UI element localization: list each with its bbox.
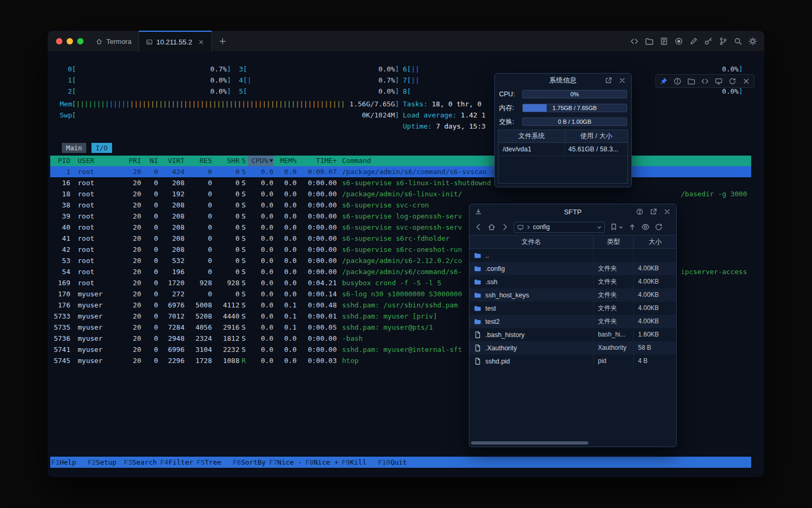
plus-icon (218, 37, 227, 46)
file-row[interactable]: .. (469, 249, 676, 262)
column-pid[interactable]: PID (50, 156, 70, 166)
filesystem-row[interactable]: /dev/vda1 45.61GB / 58.3... (499, 143, 628, 156)
column-mem[interactable]: MEM% (273, 156, 297, 166)
cell-shr: 0 (212, 288, 239, 300)
filesystem-usage: 45.61GB / 58.3... (565, 143, 628, 156)
tab-termora-home[interactable]: Termora (89, 31, 139, 52)
info-icon[interactable] (673, 77, 681, 85)
file-row[interactable]: sshd.pid pid 4 B (469, 355, 676, 368)
settings-icon[interactable] (749, 37, 757, 46)
branch-icon[interactable] (719, 37, 727, 46)
cell-user: myuser (70, 344, 128, 355)
code-icon[interactable] (630, 37, 639, 46)
new-tab-button[interactable] (212, 31, 233, 52)
column-pri[interactable]: PRI (128, 156, 141, 166)
file-row[interactable]: ssh_host_keys 文件夹 4.00KB (469, 288, 676, 302)
cell-pid: 5736 (50, 333, 70, 344)
column-usage[interactable]: 使用 / 大小 (565, 130, 628, 142)
column-filesize[interactable]: 大小 (634, 235, 676, 248)
forward-icon[interactable] (501, 223, 509, 231)
chevron-down-icon[interactable] (597, 225, 602, 230)
close-window-button[interactable] (56, 38, 62, 44)
column-time[interactable]: TIME+ (297, 156, 337, 166)
column-filetype[interactable]: 类型 (594, 235, 634, 248)
back-icon[interactable] (474, 223, 483, 231)
sftp-titlebar: SFTP (469, 204, 676, 219)
cell-ni: 0 (141, 277, 158, 288)
cell-virt: 208 (158, 199, 184, 211)
function-key-button[interactable]: F4 Filter (159, 457, 196, 468)
cell-res: 0 (184, 266, 212, 277)
zoom-window-button[interactable] (77, 38, 84, 44)
file-type: Xauthority (594, 341, 634, 355)
function-key-button[interactable]: F2 Setup (87, 457, 123, 468)
function-key-button[interactable]: F5 Tree (196, 457, 232, 468)
upload-icon[interactable] (628, 223, 636, 231)
file-row[interactable]: test2 文件夹 4.00KB (469, 315, 676, 328)
file-row[interactable]: .config 文件夹 4.00KB (469, 262, 676, 275)
horizontal-scrollbar[interactable] (471, 441, 675, 444)
file-row[interactable]: .Xauthority Xauthority 58 B (469, 341, 676, 355)
htop-tab-io[interactable]: I/O (91, 143, 112, 153)
file-type: 文件夹 (594, 302, 634, 315)
folder-icon[interactable] (645, 37, 653, 46)
folder-icon[interactable] (687, 77, 695, 85)
column-ni[interactable]: NI (141, 156, 158, 166)
journal-icon[interactable] (660, 37, 668, 46)
record-icon[interactable] (675, 37, 683, 46)
column-res[interactable]: RES (184, 156, 212, 166)
file-icon (474, 357, 482, 365)
column-shr[interactable]: SHR (212, 156, 239, 166)
function-key-button[interactable]: F6 SortBy (232, 457, 268, 468)
column-filename[interactable]: 文件名 (469, 235, 594, 248)
column-virt[interactable]: VIRT (158, 156, 184, 166)
function-key-button[interactable]: F7 Nice - (268, 457, 304, 468)
minimize-window-button[interactable] (67, 38, 73, 44)
column-state[interactable]: S (239, 156, 248, 166)
file-row[interactable]: .bash_history bash_hi... 1.60KB (469, 328, 676, 341)
column-user[interactable]: USER (70, 156, 128, 166)
search-icon[interactable] (734, 37, 742, 46)
edit-icon[interactable] (689, 37, 698, 46)
tab-ssh-session[interactable]: 10.211.55.2 (139, 31, 213, 52)
function-key-button[interactable]: F10 Quit (377, 457, 417, 468)
path-breadcrumb[interactable]: config (514, 222, 605, 233)
column-cpu-sort[interactable]: CPU% (248, 156, 273, 166)
htop-tab-main[interactable]: Main (62, 143, 86, 153)
cell-pid: 18 (50, 188, 70, 199)
pin-icon[interactable] (660, 77, 668, 85)
bookmarks-button[interactable] (610, 223, 623, 231)
monitor-icon[interactable] (715, 77, 723, 85)
cell-time: 0:00.00 (297, 255, 337, 266)
file-row[interactable]: test 文件夹 4.00KB (469, 302, 676, 315)
code-icon[interactable] (701, 77, 709, 85)
command-overflow-text: /basedir -g 3000 (681, 188, 747, 199)
file-type (594, 249, 634, 262)
tab-close-icon[interactable] (198, 39, 205, 46)
cpu-meter: 1[0.0%] (60, 75, 231, 86)
eye-icon[interactable] (641, 223, 650, 231)
process-row[interactable]: 1 root 20 0 424 0 0 S 0.0 0.0 0:00.07 /p… (50, 166, 751, 177)
key-icon[interactable] (704, 37, 713, 46)
function-key-button[interactable]: F1 Help (50, 457, 87, 468)
cell-state: S (239, 244, 248, 255)
function-key-button[interactable]: F3 Search (123, 457, 159, 468)
refresh-icon[interactable] (654, 223, 663, 231)
file-row[interactable]: .ssh 文件夹 4.00KB (469, 275, 676, 288)
refresh-icon[interactable] (728, 77, 736, 85)
scrollbar-thumb[interactable] (471, 441, 588, 444)
cell-virt: 208 (158, 211, 184, 222)
cell-state: S (239, 277, 248, 288)
home-icon[interactable] (487, 223, 496, 231)
process-row[interactable]: 18 root 20 0 192 0 0 S 0.0 0.0 0:00.00 /… (50, 188, 751, 199)
cell-virt: 208 (158, 233, 184, 244)
cell-pri: 20 (128, 322, 141, 333)
current-directory[interactable]: config (533, 223, 595, 231)
cell-ni: 0 (141, 322, 158, 333)
cell-ni: 0 (141, 211, 158, 222)
process-row[interactable]: 16 root 20 0 208 0 0 S 0.0 0.0 0:00.00 s… (50, 177, 751, 188)
function-key-button[interactable]: F8 Nice + (304, 457, 341, 468)
column-filesystem[interactable]: 文件系统 (499, 130, 565, 142)
close-icon[interactable] (742, 77, 750, 85)
function-key-button[interactable]: F9 Kill (340, 457, 377, 468)
